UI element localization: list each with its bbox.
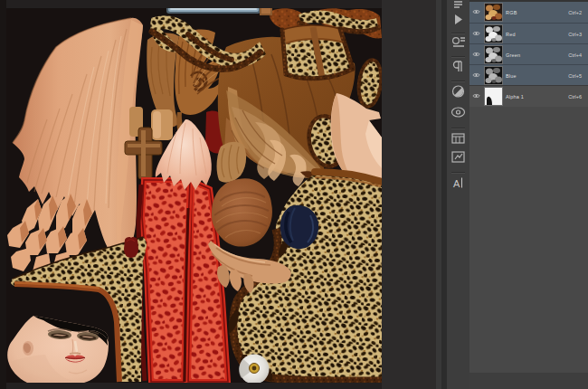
svg-text:A: A	[453, 178, 460, 189]
